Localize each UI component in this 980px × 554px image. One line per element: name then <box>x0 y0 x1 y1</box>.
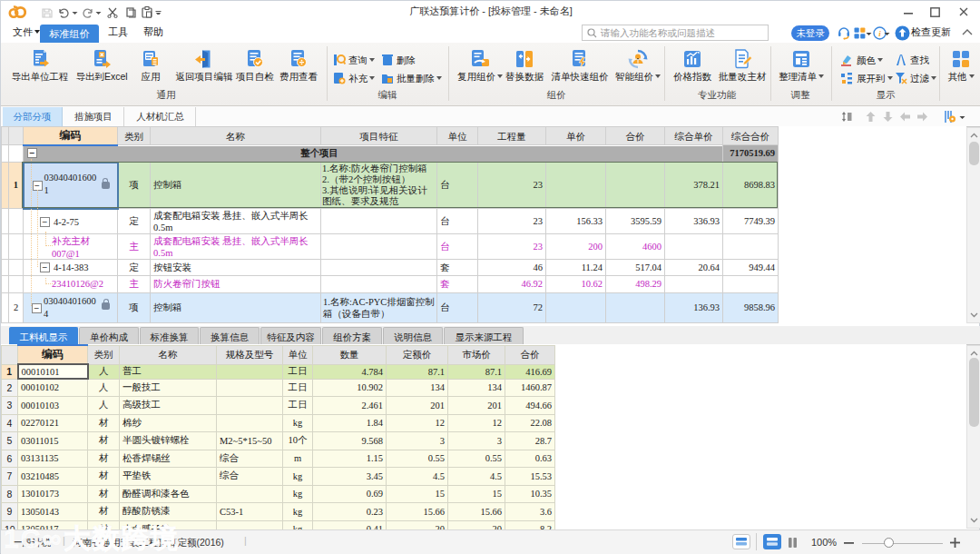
svg-text:i: i <box>878 29 881 38</box>
